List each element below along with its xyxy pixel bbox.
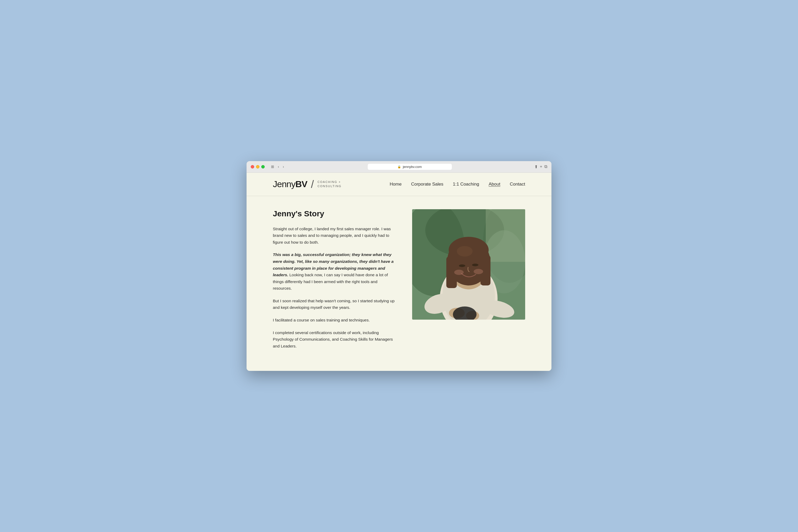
svg-point-22 [454, 270, 464, 275]
svg-rect-5 [486, 209, 525, 262]
close-button[interactable] [251, 165, 254, 169]
url-bar[interactable]: 🔒 jennybv.com [368, 164, 452, 170]
forward-icon[interactable]: › [282, 164, 285, 169]
maximize-button[interactable] [261, 165, 265, 169]
jenny-photo [412, 209, 525, 320]
paragraph-2-normal: Looking back now, I can say I would have… [273, 272, 388, 290]
logo-area[interactable]: JennyBV / COACHING + CONSULTING [273, 179, 341, 190]
minimize-button[interactable] [256, 165, 260, 169]
lock-icon: 🔒 [397, 165, 401, 169]
nav-corporate-sales[interactable]: Corporate Sales [411, 182, 443, 187]
traffic-lights [251, 165, 265, 169]
website: JennyBV / COACHING + CONSULTING Home Cor… [247, 173, 551, 371]
url-text: jennybv.com [403, 165, 422, 169]
svg-point-21 [472, 264, 478, 266]
svg-point-19 [457, 246, 473, 256]
nav-about[interactable]: About [489, 182, 500, 187]
share-icon[interactable]: ⬆ [534, 164, 538, 169]
paragraph-2: This was a big, successful organization;… [273, 251, 396, 291]
browser-chrome: ⊞ ‹ › 🔒 jennybv.com ⬆ + ⧉ [247, 161, 551, 173]
browser-controls: ⊞ ‹ › [270, 164, 285, 169]
site-header: JennyBV / COACHING + CONSULTING Home Cor… [247, 173, 551, 196]
svg-point-20 [459, 264, 465, 267]
logo-text: JennyBV [273, 179, 307, 189]
sidebar-toggle-icon[interactable]: ⊞ [270, 164, 275, 169]
browser-actions: ⬆ + ⧉ [534, 164, 547, 169]
nav-home[interactable]: Home [390, 182, 402, 187]
content-image [412, 209, 525, 320]
address-bar: 🔒 jennybv.com [288, 164, 531, 170]
paragraph-4: I facilitated a course on sales training… [273, 317, 396, 324]
logo-bv: BV [296, 179, 307, 189]
tabs-icon[interactable]: ⧉ [544, 164, 547, 169]
paragraph-1: Straight out of college, I landed my fir… [273, 226, 396, 246]
back-icon[interactable]: ‹ [277, 164, 280, 169]
main-content: Jenny's Story Straight out of college, I… [247, 196, 551, 371]
nav-contact[interactable]: Contact [510, 182, 525, 187]
paragraph-3: But I soon realized that help wasn't com… [273, 298, 396, 311]
logo-tagline: COACHING + CONSULTING [318, 180, 341, 188]
new-tab-icon[interactable]: + [540, 164, 542, 169]
nav-coaching[interactable]: 1:1 Coaching [453, 182, 479, 187]
site-nav: Home Corporate Sales 1:1 Coaching About … [390, 182, 525, 187]
page-title: Jenny's Story [273, 209, 396, 218]
logo-jenny: Jenny [273, 179, 296, 189]
content-text: Jenny's Story Straight out of college, I… [273, 209, 396, 355]
svg-point-23 [474, 269, 483, 274]
browser-window: ⊞ ‹ › 🔒 jennybv.com ⬆ + ⧉ JennyBV / [247, 161, 551, 371]
paragraph-5: I completed several certifications outsi… [273, 329, 396, 349]
logo-divider: / [311, 179, 314, 190]
